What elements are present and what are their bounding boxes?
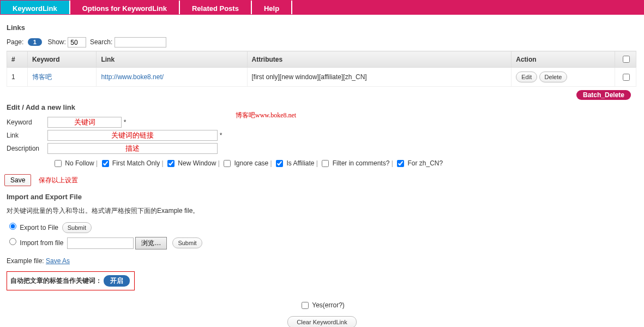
keyword-input[interactable] xyxy=(47,117,122,128)
tab-related-posts[interactable]: Related Posts xyxy=(180,1,252,14)
links-table: # Keyword Link Attributes Action 1 博客吧 h… xyxy=(7,51,636,87)
filtercomments-checkbox[interactable] xyxy=(322,160,329,167)
affiliate-label: Is Affiliate xyxy=(286,159,314,167)
import-export-note: 对关键词批量的导入和导出。格式请严格按照下面的Example file。 xyxy=(7,206,637,216)
tab-help[interactable]: Help xyxy=(252,1,292,14)
required-star: * xyxy=(124,118,127,126)
row-checkbox[interactable] xyxy=(623,74,630,81)
autotag-box: 自动把文章的标签当作关键词： 开启 xyxy=(7,271,135,290)
autotag-enable-button[interactable]: 开启 xyxy=(104,275,130,287)
nofollow-label: No Follow xyxy=(65,159,94,167)
pager-row: Page: 1 Show: Search: xyxy=(7,37,637,47)
export-radio[interactable] xyxy=(9,223,16,230)
import-radio[interactable] xyxy=(9,238,16,245)
tab-options[interactable]: Options for KeywordLink xyxy=(70,1,180,14)
ignorecase-checkbox[interactable] xyxy=(224,160,231,167)
import-submit-button[interactable]: Submit xyxy=(172,237,202,248)
newwindow-checkbox[interactable] xyxy=(167,160,174,167)
col-attributes: Attributes xyxy=(247,51,511,68)
example-file-label: Example file: xyxy=(7,257,44,265)
edit-heading: Edit / Add a new link xyxy=(7,103,637,111)
page-label: Page: xyxy=(7,38,23,46)
show-label: Show: xyxy=(48,38,66,46)
batch-delete-button[interactable]: Batch_Delete xyxy=(576,90,631,100)
table-row: 1 博客吧 http://www.boke8.net/ [first only]… xyxy=(7,68,636,87)
cell-keyword-link[interactable]: 博客吧 xyxy=(32,73,52,81)
select-all-checkbox[interactable] xyxy=(623,56,630,63)
export-submit-button[interactable]: Submit xyxy=(62,222,92,233)
options-checks: No Follow | First Match Only | New Windo… xyxy=(52,158,637,169)
col-keyword: Keyword xyxy=(27,51,96,68)
cell-attributes: [first only][new window][affiliate][zh_C… xyxy=(247,68,511,87)
col-num: # xyxy=(7,51,28,68)
required-star-2: * xyxy=(220,132,222,139)
nofollow-checkbox[interactable] xyxy=(55,160,62,167)
firstmatch-label: First Match Only xyxy=(112,159,160,167)
watermark-text: 博客吧www.boke8.net xyxy=(236,111,296,120)
tab-keywordlink[interactable]: KeywordLink xyxy=(1,1,70,14)
search-input[interactable] xyxy=(115,37,166,47)
cell-link-url[interactable]: http://www.boke8.net/ xyxy=(101,73,164,81)
delete-button[interactable]: Delete xyxy=(539,72,568,82)
import-label: Import from file xyxy=(20,239,63,247)
example-file-link[interactable]: Save As xyxy=(46,257,70,265)
import-file-input[interactable] xyxy=(67,237,134,249)
forzh-label: For zh_CN? xyxy=(408,159,443,167)
page-number[interactable]: 1 xyxy=(28,38,42,46)
firstmatch-checkbox[interactable] xyxy=(102,160,109,167)
col-action: Action xyxy=(511,51,615,68)
save-button[interactable]: Save xyxy=(4,174,31,186)
edit-button[interactable]: Edit xyxy=(516,72,537,82)
search-label: Search: xyxy=(90,38,112,46)
description-input[interactable] xyxy=(47,143,218,154)
description-field-label: Description xyxy=(7,145,46,152)
affiliate-checkbox[interactable] xyxy=(276,160,283,167)
export-label: Export to File xyxy=(20,224,58,231)
col-link: Link xyxy=(97,51,247,68)
browse-button[interactable]: 浏览… xyxy=(135,237,167,249)
yes-error-checkbox[interactable] xyxy=(302,302,309,309)
link-field-label: Link xyxy=(7,132,46,139)
autotag-label: 自动把文章的标签当作关键词： xyxy=(10,277,102,284)
clear-keywordlink-button[interactable]: Clear KeywordLink xyxy=(287,316,356,327)
links-heading: Links xyxy=(7,23,637,32)
show-input[interactable] xyxy=(68,37,86,47)
cell-num: 1 xyxy=(7,68,28,87)
link-input[interactable] xyxy=(47,130,218,141)
import-export-heading: Import and Export File xyxy=(7,193,637,201)
newwindow-label: New Window xyxy=(178,159,216,167)
filtercomments-label: Filter in comments? xyxy=(333,159,390,167)
forzh-checkbox[interactable] xyxy=(397,160,404,167)
yes-error-label: Yes(error?) xyxy=(312,301,345,309)
main-tabs: KeywordLink Options for KeywordLink Rela… xyxy=(0,0,644,15)
keyword-field-label: Keyword xyxy=(7,118,46,126)
ignorecase-label: Ignore case xyxy=(234,159,269,167)
save-note: 保存以上设置 xyxy=(39,176,78,184)
